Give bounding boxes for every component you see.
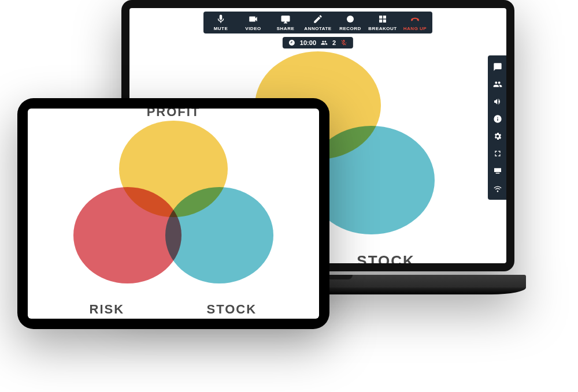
info-button[interactable] [493,114,502,124]
layout-icon [493,166,502,176]
megaphone-icon [493,97,502,106]
status-pill: 10:00 2 [283,37,353,48]
grid-icon [377,14,388,24]
tablet-device: PROFIT RISK STOCK [17,98,329,329]
chat-button[interactable] [493,62,502,72]
share-label: SHARE [277,26,295,31]
venn-label-risk: RISK [90,302,125,317]
tablet-screen: PROFIT RISK STOCK [28,109,319,319]
mute-button[interactable]: MUTE [205,14,237,31]
people-button[interactable] [493,80,502,89]
venn-label-stock: STOCK [206,302,257,317]
venn-label-profit: PROFIT [147,109,201,120]
microphone-icon [216,14,226,24]
fullscreen-button[interactable] [493,149,502,158]
wifi-icon [493,184,502,193]
record-icon [345,14,355,24]
annotate-label: ANNOTATE [304,26,331,31]
info-icon [493,114,502,124]
timer-value: 10:00 [300,39,316,46]
share-button[interactable]: SHARE [269,14,302,31]
people-icon [493,80,502,89]
participants-count: 2 [332,39,336,46]
venn-circle-stock [165,187,273,283]
record-button[interactable]: RECORD [334,14,366,31]
chat-icon [493,62,502,72]
clock-icon [288,39,295,46]
hangup-label: HANG UP [403,26,427,31]
svg-point-0 [347,16,354,23]
participants-icon [321,39,328,46]
layout-button[interactable] [493,166,502,176]
mic-muted-icon [340,39,347,46]
breakout-label: BREAKOUT [368,26,397,31]
phone-hangup-icon [410,14,420,24]
screen-share-icon [280,14,291,24]
network-button[interactable] [493,184,502,193]
mute-label: MUTE [214,26,228,31]
video-label: VIDEO [245,26,261,31]
venn-diagram-tablet: PROFIT RISK STOCK [69,117,277,302]
annotate-button[interactable]: ANNOTATE [302,14,334,31]
stage: MUTE VIDEO SHARE ANNOTATE [0,0,578,392]
breakout-button[interactable]: BREAKOUT [366,14,399,31]
side-panel [488,55,506,200]
video-button[interactable]: VIDEO [237,14,269,31]
fullscreen-icon [493,149,502,158]
record-label: RECORD [339,26,361,31]
venn-label-stock: STOCK [357,252,415,263]
gear-icon [493,132,502,141]
hangup-button[interactable]: HANG UP [399,14,431,31]
video-camera-icon [248,14,258,24]
pencil-icon [313,14,323,24]
settings-button[interactable] [493,132,502,141]
announce-button[interactable] [493,97,502,106]
conference-toolbar: MUTE VIDEO SHARE ANNOTATE [203,12,432,33]
